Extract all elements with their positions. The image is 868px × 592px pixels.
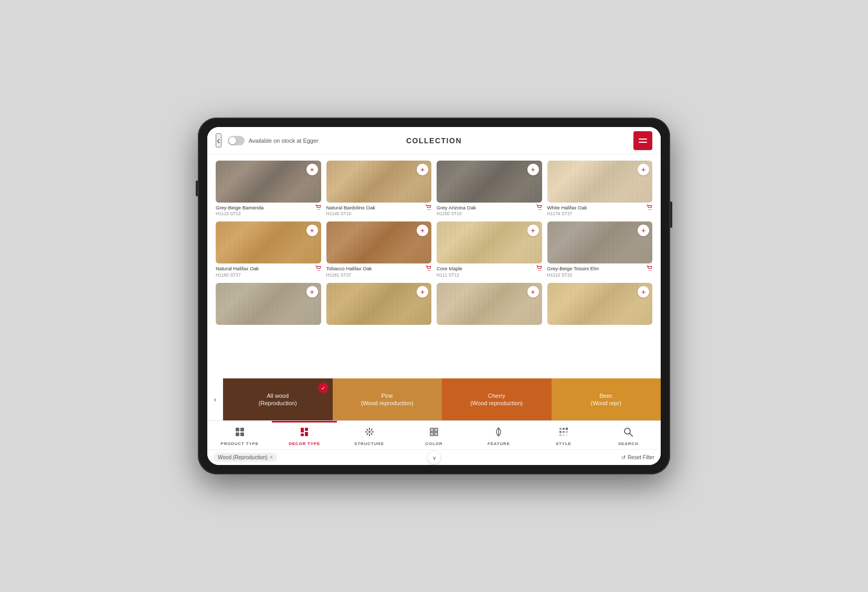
hamburger-line-2 [639, 142, 647, 143]
product-grid: +Grey-Beige BamendaH1115 ST12 +Natural B… [207, 154, 661, 378]
product-card[interactable]: + [547, 283, 653, 327]
nav-item-structure[interactable]: STRUCTURE [337, 421, 401, 449]
product-image: + [326, 161, 432, 203]
product-cart-icon[interactable] [647, 205, 652, 212]
svg-point-8 [317, 270, 319, 271]
product-card[interactable]: +Core MapleH111 ST12 [437, 221, 542, 277]
product-cart-icon[interactable] [647, 266, 652, 272]
product-card[interactable]: +Grey-Beige BamendaH1115 ST12 [216, 161, 321, 216]
svg-rect-19 [240, 432, 244, 436]
product-cart-icon[interactable] [536, 205, 542, 212]
product-add-button[interactable]: + [417, 286, 428, 298]
product-code: H111 ST12 [437, 272, 462, 278]
color-filter-item-1[interactable]: ✓Pine (Wood reproduction) [333, 378, 442, 420]
product-info: Natural Bardolino OakH1145 ST10 [326, 205, 432, 216]
color-filter-item-3[interactable]: ✓Beec (Wood repr) [552, 378, 661, 420]
svg-rect-17 [240, 428, 244, 431]
svg-line-43 [630, 434, 632, 436]
svg-point-1 [319, 209, 320, 210]
product-card[interactable]: +Natural Halifax OakH1180 ST37 [216, 221, 321, 277]
svg-point-14 [649, 270, 650, 271]
menu-button[interactable] [633, 131, 652, 150]
reset-filter-button[interactable]: ↺ Reset Filter [621, 454, 654, 460]
svg-rect-22 [305, 432, 308, 436]
stock-toggle[interactable] [228, 136, 245, 145]
bottom-nav: PRODUCT TYPE DECOR TYPE STRUCTURE COLOR … [207, 420, 661, 449]
product-cart-icon[interactable] [315, 205, 321, 212]
svg-point-4 [538, 209, 539, 210]
product-name: Grey-Beige Bamenda [216, 205, 263, 211]
product-add-button[interactable]: + [306, 225, 318, 236]
nav-item-feature[interactable]: FEATURE [467, 421, 531, 449]
product-card[interactable]: + [326, 283, 432, 327]
product-code: H1176 ST37 [547, 211, 587, 216]
product-name: Natural Halifax Oak [216, 266, 259, 272]
product-card[interactable]: +Tobacco Halifax OakH1181 ST37 [326, 221, 432, 277]
nav-item-product-type[interactable]: PRODUCT TYPE [207, 421, 272, 449]
product-card[interactable]: + [216, 283, 321, 327]
product-code: H1210 ST33 [547, 272, 599, 278]
main-content: +Grey-Beige BamendaH1115 ST12 +Natural B… [207, 154, 661, 465]
product-info: Grey Arizona OakH1150 ST10 [437, 205, 542, 216]
nav-label-structure: STRUCTURE [354, 441, 384, 446]
color-filter-label: Pine (Wood reproduction) [361, 392, 414, 407]
product-cart-icon[interactable] [426, 266, 431, 272]
product-add-button[interactable]: + [417, 225, 428, 236]
product-card[interactable]: +Natural Bardolino OakH1145 ST10 [326, 161, 432, 216]
product-card[interactable]: +Grey Arizona OakH1150 ST10 [437, 161, 542, 216]
product-add-button[interactable]: + [638, 225, 649, 236]
product-image: + [547, 221, 653, 263]
product-add-button[interactable]: + [417, 164, 428, 175]
svg-point-2 [428, 209, 429, 210]
product-add-button[interactable]: + [527, 286, 539, 298]
product-name: Natural Bardolino Oak [326, 205, 375, 211]
product-code: H1181 ST37 [326, 272, 372, 278]
nav-label-product-type: PRODUCT TYPE [221, 441, 259, 446]
color-filter-item-2[interactable]: ✓Cherry (Wood reproduction) [442, 378, 552, 420]
filter-tag-label: Wood (Reproduction) [218, 454, 268, 460]
product-add-button[interactable]: + [306, 164, 318, 175]
svg-point-0 [317, 209, 319, 210]
color-filter-label: Beec (Wood repr) [591, 392, 621, 407]
nav-icon-color [429, 427, 439, 440]
product-name: Core Maple [437, 266, 462, 272]
svg-point-24 [368, 431, 371, 433]
svg-rect-18 [236, 432, 239, 436]
header: ‹ Available on stock at Egger COLLECTION [207, 127, 661, 154]
svg-point-9 [319, 270, 320, 271]
nav-label-decor-type: DECOR TYPE [289, 441, 320, 446]
product-info: Natural Halifax OakH1180 ST37 [216, 266, 321, 277]
scroll-down-indicator[interactable]: ∨ [428, 451, 440, 464]
product-add-button[interactable]: + [527, 225, 539, 236]
check-icon: ✓ [318, 383, 329, 393]
nav-item-style[interactable]: STYLE [531, 421, 596, 449]
product-add-button[interactable]: + [638, 286, 649, 298]
product-add-button[interactable]: + [306, 286, 318, 298]
color-filter-label: All wood (Reproduction) [259, 392, 297, 407]
stock-toggle-area: Available on stock at Egger [228, 136, 319, 145]
tablet-screen: ‹ Available on stock at Egger COLLECTION… [207, 127, 661, 465]
product-cart-icon[interactable] [315, 266, 321, 272]
product-add-button[interactable]: + [638, 164, 649, 175]
nav-label-search: SEARCH [618, 441, 639, 446]
product-cart-icon[interactable] [426, 205, 431, 212]
product-cart-icon[interactable] [536, 266, 542, 272]
product-image: + [437, 161, 542, 203]
nav-item-color[interactable]: COLOR [401, 421, 466, 449]
product-card[interactable]: +White Halifax OakH1176 ST37 [547, 161, 653, 216]
svg-line-29 [366, 429, 368, 431]
svg-rect-23 [301, 434, 304, 436]
product-card[interactable]: +Grey-Beige Tossini ElmH1210 ST33 [547, 221, 653, 277]
product-card[interactable]: + [437, 283, 542, 327]
filter-prev-button[interactable]: ‹ [207, 378, 223, 420]
svg-rect-34 [563, 428, 565, 430]
nav-item-search[interactable]: SEARCH [596, 421, 661, 449]
svg-point-11 [429, 270, 430, 271]
back-button[interactable]: ‹ [216, 133, 221, 147]
nav-item-decor-type[interactable]: DECOR TYPE [272, 421, 336, 449]
filter-tag-close-button[interactable]: × [270, 454, 273, 460]
product-add-button[interactable]: + [527, 164, 539, 175]
color-filter-item-0[interactable]: ✓All wood (Reproduction) [223, 378, 333, 420]
product-name: White Halifax Oak [547, 205, 587, 211]
svg-rect-35 [566, 428, 568, 430]
